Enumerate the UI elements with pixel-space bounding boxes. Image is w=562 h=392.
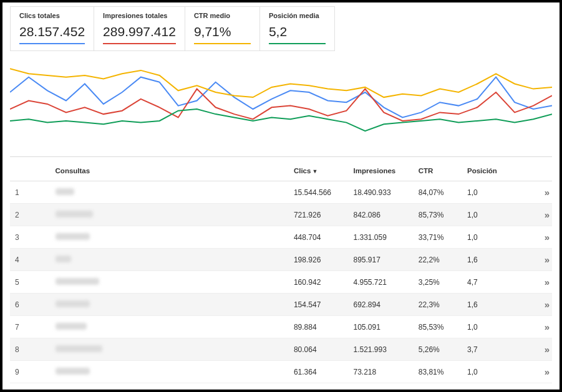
row-query — [51, 226, 289, 249]
queries-table: Consultas Clics▼ Impresiones CTR Posició… — [10, 161, 552, 383]
metrics-bar: Clics totales28.157.452Impresiones total… — [10, 6, 552, 51]
expand-row-icon[interactable]: » — [545, 277, 547, 287]
row-clicks: 448.704 — [289, 226, 349, 249]
chart-series-line — [10, 69, 552, 97]
row-ctr: 3,25% — [414, 271, 462, 294]
chart-series-line — [10, 109, 552, 131]
redacted-query — [56, 323, 87, 330]
expand-row-icon[interactable]: » — [545, 344, 547, 355]
col-impressions[interactable]: Impresiones — [349, 161, 414, 181]
table-row[interactable]: 880.0641.521.9935,26%3,7» — [10, 338, 552, 361]
row-position: 3,7 — [462, 338, 506, 361]
row-ctr: 83,81% — [414, 361, 462, 383]
row-position: 1,0 — [462, 226, 506, 249]
metric-value: 9,71% — [194, 24, 251, 39]
metric-underline — [19, 43, 85, 44]
metric-card[interactable]: CTR medio9,71% — [185, 6, 260, 51]
row-index: 9 — [10, 361, 51, 383]
expand-row-icon[interactable]: » — [545, 254, 547, 265]
row-query — [51, 294, 289, 316]
row-query — [51, 181, 289, 204]
row-impressions: 1.521.993 — [349, 338, 414, 361]
row-ctr: 84,07% — [414, 181, 462, 204]
row-clicks: 721.926 — [289, 204, 349, 226]
row-index: 5 — [10, 271, 51, 294]
table-row[interactable]: 4198.926895.91722,2%1,6» — [10, 249, 552, 271]
row-ctr: 85,73% — [414, 204, 462, 226]
col-clicks-label: Clics — [294, 167, 311, 174]
metric-card[interactable]: Posición media5,2 — [260, 6, 335, 51]
metric-value: 289.997.412 — [103, 24, 176, 39]
table-row[interactable]: 2721.926842.08685,73%1,0» — [10, 204, 552, 226]
row-position: 4,7 — [462, 271, 506, 294]
row-impressions: 692.894 — [349, 294, 414, 316]
col-index — [10, 161, 51, 181]
row-impressions: 895.917 — [349, 249, 414, 271]
redacted-query — [56, 278, 99, 285]
metric-card[interactable]: Clics totales28.157.452 — [10, 6, 94, 51]
chart-series-line — [10, 89, 552, 121]
expand-row-icon[interactable]: » — [545, 232, 547, 242]
row-query — [51, 271, 289, 294]
row-clicks: 61.364 — [289, 361, 349, 383]
table-row[interactable]: 115.544.56618.490.93384,07%1,0» — [10, 181, 552, 204]
row-query — [51, 338, 289, 361]
row-index: 3 — [10, 226, 51, 249]
table-row[interactable]: 6154.547692.89422,3%1,6» — [10, 294, 552, 316]
section-divider — [10, 156, 552, 157]
sort-desc-icon: ▼ — [312, 168, 317, 174]
expand-row-icon[interactable]: » — [545, 322, 547, 332]
row-query — [51, 249, 289, 271]
row-index: 2 — [10, 204, 51, 226]
row-impressions: 105.091 — [349, 316, 414, 338]
row-index: 4 — [10, 249, 51, 271]
metric-card[interactable]: Impresiones totales289.997.412 — [94, 6, 185, 51]
row-index: 6 — [10, 294, 51, 316]
row-ctr: 5,26% — [414, 338, 462, 361]
col-position[interactable]: Posición — [462, 161, 506, 181]
expand-row-icon[interactable]: » — [545, 366, 547, 377]
row-query — [51, 316, 289, 338]
expand-row-icon[interactable]: » — [545, 209, 547, 220]
row-position: 1,0 — [462, 204, 506, 226]
expand-row-icon[interactable]: » — [545, 299, 547, 310]
metric-value: 5,2 — [269, 24, 326, 39]
row-index: 8 — [10, 338, 51, 361]
expand-row-icon[interactable]: » — [545, 187, 547, 198]
redacted-query — [56, 345, 102, 352]
row-ctr: 22,3% — [414, 294, 462, 316]
row-ctr: 33,71% — [414, 226, 462, 249]
row-clicks: 154.547 — [289, 294, 349, 316]
table-row[interactable]: 3448.7041.331.05933,71%1,0» — [10, 226, 552, 249]
row-query — [51, 361, 289, 383]
row-position: 1,0 — [462, 181, 506, 204]
redacted-query — [56, 300, 90, 307]
performance-chart — [10, 59, 552, 143]
metric-underline — [194, 43, 251, 44]
col-expand — [505, 161, 552, 181]
col-ctr[interactable]: CTR — [414, 161, 462, 181]
row-clicks: 15.544.566 — [289, 181, 349, 204]
metric-underline — [103, 43, 176, 44]
row-position: 1,6 — [462, 294, 506, 316]
row-clicks: 80.064 — [289, 338, 349, 361]
metric-label: CTR medio — [194, 12, 251, 19]
row-position: 1,0 — [462, 316, 506, 338]
chart-series-line — [10, 77, 552, 118]
redacted-query — [56, 256, 71, 262]
row-query — [51, 204, 289, 226]
row-position: 1,0 — [462, 361, 506, 383]
row-clicks: 89.884 — [289, 316, 349, 338]
metric-value: 28.157.452 — [19, 24, 85, 39]
redacted-query — [56, 188, 74, 195]
table-row[interactable]: 961.36473.21883,81%1,0» — [10, 361, 552, 383]
table-row[interactable]: 789.884105.09185,53%1,0» — [10, 316, 552, 338]
metric-label: Impresiones totales — [103, 12, 176, 19]
row-index: 1 — [10, 181, 51, 204]
table-row[interactable]: 5160.9424.955.7213,25%4,7» — [10, 271, 552, 294]
col-clicks[interactable]: Clics▼ — [289, 161, 349, 181]
row-impressions: 4.955.721 — [349, 271, 414, 294]
row-impressions: 73.218 — [349, 361, 414, 383]
row-ctr: 22,2% — [414, 249, 462, 271]
col-query[interactable]: Consultas — [51, 161, 289, 181]
